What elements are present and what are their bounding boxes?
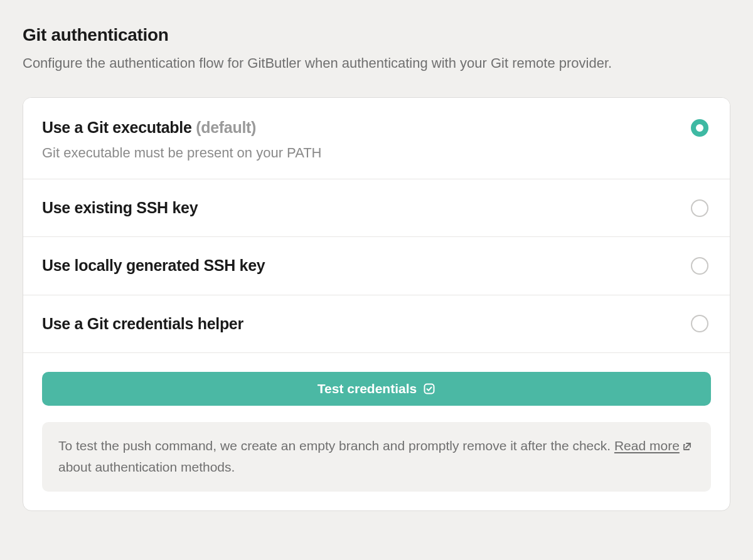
option-text: Use a Git executable (default) Git execu… [42,118,691,161]
test-credentials-label: Test credentials [318,381,417,396]
option-desc: Git executable must be present on your P… [42,145,678,161]
option-label: Use existing SSH key [42,198,678,218]
option-git-credentials-helper[interactable]: Use a Git credentials helper [23,295,730,353]
settings-page: Git authentication Configure the authent… [0,0,753,534]
radio-unselected-icon[interactable] [691,257,708,275]
option-git-executable[interactable]: Use a Git executable (default) Git execu… [23,98,730,179]
radio-selected-icon[interactable] [691,119,708,137]
auth-options-card: Use a Git executable (default) Git execu… [23,97,730,511]
option-text: Use a Git credentials helper [42,314,691,334]
option-label-text: Use existing SSH key [42,199,198,216]
info-box: To test the push command, we create an e… [42,422,711,492]
read-more-link[interactable]: Read more [614,438,680,453]
read-more-label: Read more [614,438,680,453]
test-credentials-button[interactable]: Test credentials [42,372,711,406]
radio-unselected-icon[interactable] [691,199,708,217]
option-text: Use locally generated SSH key [42,256,691,275]
info-suffix: about authentication methods. [58,460,235,474]
svg-rect-0 [425,384,434,393]
option-default-tag: (default) [196,119,256,136]
external-link-icon [682,437,692,458]
option-label-text: Use locally generated SSH key [42,256,265,274]
option-label: Use locally generated SSH key [42,256,678,275]
section-subtitle: Configure the authentication flow for Gi… [23,54,730,73]
option-label-text: Use a Git executable [42,119,192,136]
option-label: Use a Git credentials helper [42,314,678,334]
radio-unselected-icon[interactable] [691,315,708,332]
card-footer: Test credentials To test the push comman… [23,353,730,510]
option-label-text: Use a Git credentials helper [42,315,243,332]
option-text: Use existing SSH key [42,198,691,218]
option-label: Use a Git executable (default) [42,118,678,137]
check-square-icon [423,383,435,395]
info-prefix: To test the push command, we create an e… [58,438,614,453]
option-existing-ssh-key[interactable]: Use existing SSH key [23,179,730,237]
section-title: Git authentication [23,25,730,45]
option-locally-generated-ssh-key[interactable]: Use locally generated SSH key [23,237,730,295]
